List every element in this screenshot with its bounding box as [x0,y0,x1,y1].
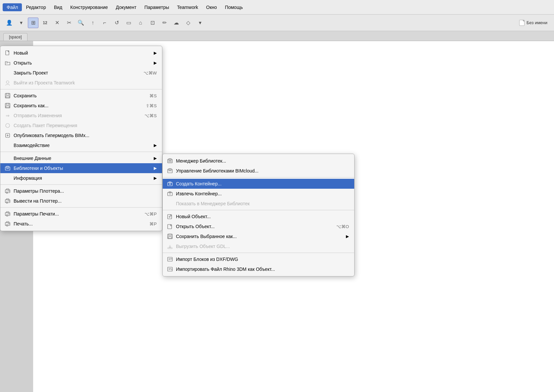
new-object-label: Новый Объект... [176,214,349,219]
svg-point-16 [9,191,10,192]
submenu-sep-3 [163,253,354,253]
toolbar-btn-cloud[interactable]: ☁ [171,18,182,28]
menu-item-information[interactable]: Информация ▶ [0,173,162,183]
menu-item-libraries[interactable]: Библиотеки и Объекты ▶ [0,163,162,173]
menu-item-create-pack: Создать Пакет Перемещения [0,121,162,130]
menu-item-save[interactable]: Сохранить ⌘S [0,91,162,101]
menu-file[interactable]: Файл [3,3,22,11]
upload-gdl-icon [167,243,173,250]
menu-item-publish-bimx[interactable]: Опубликовать Гипермодель BIMx... [0,130,162,140]
tab-space[interactable]: [space] [3,33,28,41]
print-icon [4,220,11,227]
toolbar-btn-12[interactable]: 12 [40,18,50,28]
show-in-lib-manager-icon [167,200,173,207]
menu-item-print-params[interactable]: Параметры Печати... ⌥⌘P [0,209,162,219]
menu-editor[interactable]: Редактор [22,3,50,11]
open-label: Открыть [14,60,151,66]
toolbar-btn-scissors[interactable]: ✂ [64,18,74,28]
toolbar-btn-up[interactable]: ↑ [87,18,98,28]
print-shortcut: ⌘P [149,221,157,226]
close-project-label: Закрыть Проект [14,70,141,75]
import-rhino-label: Импортировать Файл Rhino 3DM как Объект.… [176,267,349,272]
doc-title-text: Без имени [526,20,547,25]
bimcloud-libs-icon [167,168,173,174]
menu-item-plotter-params[interactable]: Параметры Плоттера... [0,186,162,196]
create-container-icon [167,180,173,187]
toolbar-btn-arc[interactable]: ↺ [111,18,122,28]
menu-design[interactable]: Конструирование [66,3,112,11]
toolbar-btn-house[interactable]: ⌂ [135,18,146,28]
create-container-label: Создать Контейнер... [176,181,349,186]
save-as-icon [4,102,11,109]
submenu-sep-1 [163,177,354,177]
toolbar-btn-search[interactable]: 🔍 [76,18,86,28]
save-shortcut: ⌘S [149,93,157,98]
submenu-sep-2 [163,210,354,210]
menu-item-interaction[interactable]: Взаимодействие ▶ [0,140,162,150]
open-icon [4,60,11,66]
information-label: Информация [14,175,151,181]
save-selected-icon [167,233,173,240]
submenu-lib-manager[interactable]: Менеджер Библиотек... [163,156,354,166]
upload-gdl-label: Выгрузить Объект GDL... [176,244,349,249]
libraries-icon [4,165,11,172]
menu-item-print[interactable]: Печать... ⌘P [0,219,162,229]
menu-item-new[interactable]: Новый ▶ [0,48,162,58]
svg-rect-46 [169,234,171,236]
toolbar-btn-2[interactable]: ▾ [16,18,27,28]
create-pack-label: Создать Пакет Перемещения [14,123,157,128]
menu-item-close-project[interactable]: Закрыть Проект ⌥⌘W [0,68,162,78]
menu-document[interactable]: Документ [112,3,140,11]
save-icon [4,92,11,99]
separator-3 [0,184,162,185]
menu-help[interactable]: Помощь [221,3,247,11]
submenu-bimcloud-libs[interactable]: Управление Библиотеками BIMcloud... [163,166,354,176]
submenu-new-object[interactable]: Новый Объект... [163,212,354,221]
submenu-create-container[interactable]: Создать Контейнер... [163,179,354,189]
svg-rect-47 [168,237,172,238]
toolbar: 👤 ▾ ⊞ 12 ✕ ✂ 🔍 ↑ ⌐ ↺ ▭ ⌂ ⊡ ✏ ☁ ◇ ▾ Без и… [0,15,554,31]
submenu-import-dxf[interactable]: Импорт Блоков из DXF/DWG [163,254,354,264]
print-params-icon [4,211,11,217]
toolbar-btn-expand[interactable]: ▾ [195,18,205,28]
menu-options[interactable]: Параметры [140,3,173,11]
toolbar-btn-corner[interactable]: ⌐ [99,18,110,28]
open-object-icon [167,223,173,230]
svg-point-1 [6,81,9,83]
information-arrow: ▶ [154,176,157,180]
toolbar-btn-select[interactable]: ⊡ [147,18,158,28]
menu-view[interactable]: Вид [50,3,66,11]
submenu-show-in-lib-manager: Показать в Менеджере Библиотек [163,199,354,209]
submenu-save-selected[interactable]: Сохранить Выбранное как... ▶ [163,231,354,241]
menu-item-external-data[interactable]: Внешние Данные ▶ [0,153,162,163]
plotter-params-icon [4,188,11,194]
menu-item-save-as[interactable]: Сохранить как... ⇧⌘S [0,101,162,111]
save-as-shortcut: ⇧⌘S [146,103,157,108]
open-object-label: Открыть Объект... [176,224,334,229]
toolbar-btn-rect[interactable]: ▭ [123,18,134,28]
toolbar-btn-grid[interactable]: ⊞ [28,18,38,28]
menu-item-open[interactable]: Открыть ▶ [0,58,162,68]
open-arrow: ▶ [154,61,157,65]
tab-bar: [space] [0,31,554,41]
submenu-open-object[interactable]: Открыть Объект... ⌥⌘O [163,221,354,231]
toolbar-btn-pen[interactable]: ✏ [159,18,170,28]
libraries-submenu-dropdown: Менеджер Библиотек... Управление Библиот… [162,154,355,276]
svg-rect-3 [6,93,9,95]
submenu-upload-gdl: Выгрузить Объект GDL... [163,241,354,251]
submenu-import-rhino[interactable]: Импортировать Файл Rhino 3DM как Объект.… [163,264,354,274]
close-project-icon [4,70,11,76]
exit-teamwork-icon [4,79,11,86]
menu-window[interactable]: Окно [202,3,221,11]
send-changes-label: Отправить Изменения [14,113,142,118]
svg-point-20 [9,201,10,202]
toolbar-btn-diamond[interactable]: ◇ [183,18,194,28]
menu-teamwork[interactable]: Teamwork [173,3,202,11]
menu-item-print-to-plotter[interactable]: Вывести на Плоттер... [0,196,162,206]
toolbar-btn-1[interactable]: 👤 [4,18,15,28]
submenu-extract-container[interactable]: Извлечь Контейнер... [163,189,354,199]
svg-rect-4 [6,96,9,98]
svg-point-8 [6,123,10,127]
toolbar-btn-x[interactable]: ✕ [52,18,62,28]
save-selected-arrow: ▶ [346,234,349,239]
